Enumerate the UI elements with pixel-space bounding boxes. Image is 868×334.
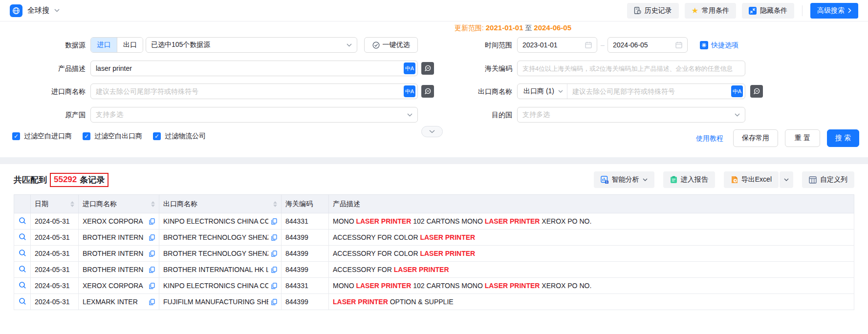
results-section: 共匹配到 55292 条记录 BI 智能分析 进入报告 导出Excel bbox=[0, 169, 868, 310]
hs-code-input[interactable] bbox=[518, 61, 745, 76]
sort-icon[interactable] bbox=[151, 201, 155, 207]
hide-conditions-button[interactable]: 隐藏条件 bbox=[742, 3, 794, 19]
copy-icon[interactable] bbox=[271, 234, 277, 241]
copy-icon[interactable] bbox=[271, 267, 277, 273]
tutorial-link[interactable]: 使用教程 bbox=[696, 129, 723, 147]
date-start-field[interactable] bbox=[517, 37, 597, 53]
copy-icon[interactable] bbox=[149, 283, 155, 289]
svg-text:BI: BI bbox=[606, 181, 608, 184]
custom-columns-button[interactable]: 自定义列 bbox=[802, 171, 854, 188]
row-detail-cell[interactable] bbox=[14, 294, 31, 310]
collapse-form-button[interactable] bbox=[421, 126, 443, 137]
cell-importer-text[interactable]: BROTHER INTERN bbox=[83, 233, 146, 241]
cell-importer-text[interactable]: XEROX CORPORA bbox=[83, 282, 146, 290]
translate-icon[interactable]: 中A bbox=[404, 85, 415, 97]
importer-input[interactable] bbox=[91, 84, 404, 99]
table-row: 2024-05-31BROTHER INTERNBROTHER TECHNOLO… bbox=[14, 246, 854, 262]
translate-icon[interactable]: 中A bbox=[404, 63, 415, 74]
filter-checkbox-0[interactable]: ✓过滤空白进口商 bbox=[12, 132, 72, 141]
header-exporter-label: 出口商名称 bbox=[163, 200, 197, 209]
tab-export[interactable]: 出口 bbox=[117, 38, 143, 52]
hs-code-field bbox=[517, 61, 745, 76]
date-end-input[interactable] bbox=[608, 38, 675, 52]
exporter-exclude-button[interactable] bbox=[750, 85, 763, 98]
chevron-down-icon bbox=[558, 90, 563, 93]
desc-highlight: LASER PRINTER bbox=[356, 217, 411, 225]
copy-icon[interactable] bbox=[271, 218, 277, 225]
row-detail-cell[interactable] bbox=[14, 246, 31, 262]
direction-toggle: 进口 出口 bbox=[90, 37, 143, 53]
row-search-icon[interactable] bbox=[19, 249, 26, 257]
excel-icon bbox=[731, 176, 738, 184]
app-brand[interactable]: 全球搜 bbox=[10, 4, 60, 17]
export-excel-caret-button[interactable] bbox=[780, 171, 793, 188]
cell-importer-text[interactable]: BROTHER INTERN bbox=[83, 266, 146, 273]
cell-importer-text[interactable]: LEXMARK INTER bbox=[83, 298, 146, 306]
results-table-body: 2024-05-31XEROX CORPORAKINPO ELECTRONICS… bbox=[14, 213, 854, 310]
exporter-input[interactable] bbox=[567, 84, 731, 99]
favorites-button[interactable]: ★ 常用条件 bbox=[685, 3, 736, 19]
cell-exporter-text[interactable]: FUJIFILM MANUFACTURING SHE bbox=[163, 298, 268, 306]
copy-icon[interactable] bbox=[271, 299, 277, 305]
cell-exporter-text[interactable]: BROTHER TECHNOLOGY SHENZ bbox=[163, 233, 268, 241]
row-detail-cell[interactable] bbox=[14, 230, 31, 246]
cell-exporter-text[interactable]: BROTHER INTERNATIONAL HK L bbox=[163, 266, 268, 273]
row-search-icon[interactable] bbox=[19, 233, 26, 241]
columns-icon bbox=[809, 176, 817, 184]
cell-importer-text[interactable]: XEROX CORPORA bbox=[83, 217, 146, 225]
one-click-select-button[interactable]: 一键优选 bbox=[364, 37, 418, 53]
cell-importer-text[interactable]: BROTHER INTERN bbox=[83, 250, 146, 257]
date-end-field[interactable] bbox=[608, 37, 688, 53]
translate-icon[interactable]: 中A bbox=[731, 85, 743, 97]
row-search-icon[interactable] bbox=[19, 265, 26, 273]
filter-checkbox-2[interactable]: ✓过滤物流公司 bbox=[153, 132, 206, 141]
exporter-type-select[interactable]: 出口商 (1) bbox=[518, 84, 567, 99]
cell-exporter: BROTHER TECHNOLOGY SHENZ bbox=[159, 246, 282, 262]
row-detail-cell[interactable] bbox=[14, 213, 31, 230]
data-source-select[interactable]: 已选中105个数据源 bbox=[146, 37, 357, 53]
dest-country-select[interactable]: 支持多选 bbox=[517, 107, 745, 123]
smart-analysis-button[interactable]: BI 智能分析 bbox=[594, 171, 654, 188]
cell-exporter-text[interactable]: BROTHER TECHNOLOGY SHENZ bbox=[163, 250, 268, 257]
origin-country-placeholder: 支持多选 bbox=[91, 110, 407, 119]
copy-icon[interactable] bbox=[149, 234, 155, 241]
quick-options-link[interactable]: 快捷选项 bbox=[700, 37, 738, 53]
save-conditions-button[interactable]: 保存常用 bbox=[733, 129, 778, 147]
advanced-search-button[interactable]: 高级搜索 bbox=[810, 3, 858, 19]
copy-icon[interactable] bbox=[149, 218, 155, 225]
filter-checkbox-1[interactable]: ✓过滤空白出口商 bbox=[83, 132, 142, 141]
hs-code-label: 海关编码 bbox=[427, 61, 512, 76]
copy-icon[interactable] bbox=[271, 250, 277, 257]
row-detail-cell[interactable] bbox=[14, 278, 31, 294]
row-search-icon[interactable] bbox=[19, 297, 26, 305]
search-button[interactable]: 搜 索 bbox=[827, 129, 859, 147]
enter-report-label: 进入报告 bbox=[681, 175, 708, 184]
copy-icon[interactable] bbox=[149, 267, 155, 273]
export-excel-button[interactable]: 导出Excel bbox=[724, 171, 779, 188]
tab-import[interactable]: 进口 bbox=[91, 38, 117, 52]
desc-highlight: LASER PRINTER bbox=[420, 250, 475, 257]
row-search-icon[interactable] bbox=[19, 217, 26, 225]
sort-icon[interactable] bbox=[273, 201, 277, 207]
row-detail-cell[interactable] bbox=[14, 262, 31, 278]
cell-hs-code: 844331 bbox=[282, 213, 329, 230]
header-product-desc-label: 产品描述 bbox=[333, 200, 360, 208]
desc-highlight: LASER PRINTER bbox=[420, 233, 475, 241]
enter-report-button[interactable]: 进入报告 bbox=[663, 171, 715, 188]
date-start-input[interactable] bbox=[518, 38, 585, 52]
copy-icon[interactable] bbox=[149, 250, 155, 257]
history-button[interactable]: 历史记录 bbox=[627, 3, 679, 19]
product-desc-input[interactable] bbox=[91, 61, 404, 76]
chevron-down-icon bbox=[735, 113, 740, 117]
cell-exporter-text[interactable]: KINPO ELECTRONICS CHINA CO bbox=[163, 282, 268, 290]
app-name: 全球搜 bbox=[27, 6, 49, 15]
copy-icon[interactable] bbox=[271, 283, 277, 289]
reset-button[interactable]: 重 置 bbox=[785, 129, 820, 147]
origin-country-select[interactable]: 支持多选 bbox=[90, 107, 418, 123]
cell-exporter-text[interactable]: KINPO ELECTRONICS CHINA CO bbox=[163, 217, 268, 225]
match-title-suffix: 条记录 bbox=[80, 174, 105, 186]
row-search-icon[interactable] bbox=[19, 281, 26, 289]
sort-icon[interactable] bbox=[70, 201, 74, 207]
copy-icon[interactable] bbox=[149, 299, 155, 305]
chevron-down-icon bbox=[407, 113, 412, 117]
